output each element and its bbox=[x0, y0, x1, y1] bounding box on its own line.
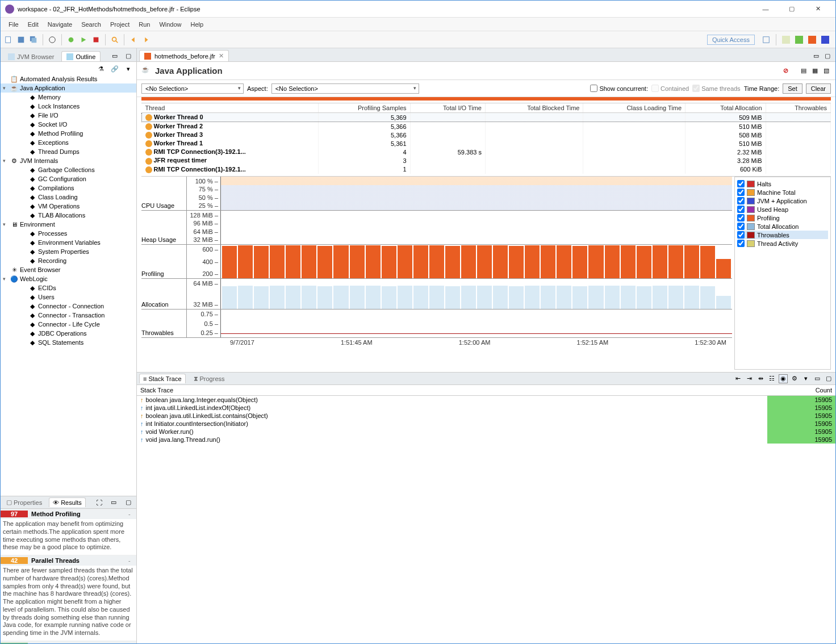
tree-item[interactable]: ◆File I/O bbox=[1, 111, 136, 120]
outline-tab[interactable]: Outline bbox=[61, 51, 101, 61]
st-flame-icon[interactable]: ◉ bbox=[779, 374, 788, 383]
selection-combo[interactable]: <No Selection> bbox=[141, 83, 244, 94]
results-min-icon[interactable]: ▭ bbox=[108, 497, 119, 508]
back-icon[interactable] bbox=[128, 34, 139, 45]
tree-item[interactable]: ◆VM Operations bbox=[1, 202, 136, 211]
tree-item[interactable]: ◆Garbage Collections bbox=[1, 165, 136, 174]
legend-item[interactable]: Throwables bbox=[737, 231, 828, 239]
tree-item[interactable]: ◆ECIDs bbox=[1, 283, 136, 292]
tree-event-browser[interactable]: ✳Event Browser bbox=[1, 265, 136, 274]
tree-item[interactable]: ◆TLAB Allocations bbox=[1, 211, 136, 220]
tree-item[interactable]: ◆Connector - Transaction bbox=[1, 311, 136, 320]
tree-item[interactable]: ◆Compilations bbox=[1, 183, 136, 193]
stack-frame-row[interactable]: ↑boolean java.lang.Integer.equals(Object… bbox=[137, 396, 835, 404]
st-min-icon[interactable]: ▭ bbox=[813, 374, 822, 383]
editor-max-icon[interactable]: ▢ bbox=[822, 50, 833, 61]
table-row[interactable]: Worker Thread 05,369509 MiB bbox=[142, 113, 831, 122]
tree-item[interactable]: ◆Method Profiling bbox=[1, 129, 136, 138]
st-config-icon[interactable]: ⚙ bbox=[790, 374, 799, 383]
tree-item[interactable]: ◆System Properties bbox=[1, 247, 136, 256]
results-tab[interactable]: 👁 Results bbox=[49, 497, 86, 507]
editor-tab[interactable]: hotmethods_before.jfr ✕ bbox=[139, 50, 229, 61]
minimize-button[interactable]: — bbox=[753, 1, 779, 17]
st-menu-icon[interactable]: ▾ bbox=[801, 374, 810, 383]
table-row[interactable]: Worker Thread 35,366508 MiB bbox=[142, 131, 831, 139]
stack-frame-row[interactable]: ↑void Worker.run()15905 bbox=[137, 428, 835, 436]
editor-min-icon[interactable]: ▭ bbox=[810, 50, 822, 61]
globe-icon[interactable] bbox=[47, 34, 58, 45]
view-maximize-icon[interactable]: ▢ bbox=[123, 50, 134, 61]
debug-icon[interactable] bbox=[65, 34, 77, 45]
st-next-icon[interactable]: ⇥ bbox=[745, 374, 754, 383]
aspect-combo[interactable]: <No Selection> bbox=[271, 83, 419, 94]
set-button[interactable]: Set bbox=[783, 83, 802, 94]
menu-dropdown-icon[interactable]: ▾ bbox=[123, 63, 134, 74]
chart-legend[interactable]: Halts Machine Total JVM + Application Us… bbox=[734, 177, 831, 370]
error-icon[interactable]: ⊘ bbox=[781, 66, 790, 76]
layout1-icon[interactable]: ▤ bbox=[799, 66, 808, 76]
persp1-icon[interactable] bbox=[780, 34, 792, 45]
show-concurrent-check[interactable]: Show concurrent: bbox=[590, 85, 648, 92]
legend-item[interactable]: Total Allocation bbox=[737, 222, 828, 231]
clear-button[interactable]: Clear bbox=[806, 83, 831, 94]
layout2-icon[interactable]: ▦ bbox=[810, 66, 820, 76]
quick-access[interactable]: Quick Access bbox=[707, 35, 755, 45]
layout3-icon[interactable]: ▧ bbox=[822, 66, 831, 76]
tree-item[interactable]: ◆Processes bbox=[1, 229, 136, 238]
legend-item[interactable]: Used Heap bbox=[737, 205, 828, 214]
stack-frame-row[interactable]: ↑int java.util.LinkedList.indexOf(Object… bbox=[137, 404, 835, 412]
legend-item[interactable]: JVM + Application bbox=[737, 196, 828, 205]
menu-window[interactable]: Window bbox=[154, 21, 186, 28]
table-row[interactable]: Worker Thread 25,366510 MiB bbox=[142, 122, 831, 131]
forward-icon[interactable] bbox=[140, 34, 152, 45]
thread-table[interactable]: ThreadProfiling SamplesTotal I/O TimeTot… bbox=[141, 103, 831, 177]
table-row[interactable]: JFR request timer33.28 MiB bbox=[142, 156, 831, 165]
menu-search[interactable]: Search bbox=[77, 21, 106, 28]
tree-item[interactable]: ◆Class Loading bbox=[1, 193, 136, 202]
tree-java-app[interactable]: ▾☕Java Application bbox=[1, 83, 136, 93]
view-minimize-icon[interactable]: ▭ bbox=[109, 50, 120, 61]
tree-item[interactable]: ◆GC Configuration bbox=[1, 174, 136, 183]
tree-item[interactable]: ◆JDBC Operations bbox=[1, 329, 136, 338]
new-icon[interactable] bbox=[3, 34, 14, 45]
stacktrace-tab[interactable]: ≡ Stack Trace bbox=[139, 374, 186, 383]
stack-frame-row[interactable]: ↑int Initiator.countIntersection(Initiat… bbox=[137, 420, 835, 428]
legend-item[interactable]: Thread Activity bbox=[737, 239, 828, 248]
legend-item[interactable]: Halts bbox=[737, 179, 828, 188]
tree-item[interactable]: ◆Environment Variables bbox=[1, 238, 136, 247]
st-tree-icon[interactable]: ☷ bbox=[767, 374, 776, 383]
run-icon[interactable] bbox=[78, 34, 89, 45]
stack-frame-row[interactable]: ↑boolean java.util.LinkedList.contains(O… bbox=[137, 412, 835, 420]
menu-run[interactable]: Run bbox=[134, 21, 154, 28]
tree-item[interactable]: ◆Thread Dumps bbox=[1, 147, 136, 156]
filter-icon[interactable]: ⚗ bbox=[95, 63, 107, 74]
tree-item[interactable]: ◆SQL Statements bbox=[1, 338, 136, 347]
table-row[interactable]: Worker Thread 15,361510 MiB bbox=[142, 139, 831, 148]
menu-edit[interactable]: Edit bbox=[23, 21, 43, 28]
tree-environment[interactable]: ▾🖥Environment bbox=[1, 220, 136, 229]
table-row[interactable]: RMI TCP Connection(1)-192.1...1600 KiB bbox=[142, 165, 831, 174]
search-icon[interactable] bbox=[109, 34, 120, 45]
st-group-icon[interactable]: ⇹ bbox=[756, 374, 765, 383]
save-icon[interactable] bbox=[15, 34, 27, 45]
tree-item[interactable]: ◆Connector - Connection bbox=[1, 302, 136, 311]
close-button[interactable]: ✕ bbox=[805, 1, 831, 17]
tree-item[interactable]: ◆Socket I/O bbox=[1, 120, 136, 129]
tree-automated-results[interactable]: 📋Automated Analysis Results bbox=[1, 74, 136, 83]
results-max-icon[interactable]: ▢ bbox=[123, 497, 134, 508]
table-row[interactable]: RMI TCP Connection(3)-192.1...459.383 s2… bbox=[142, 148, 831, 156]
menu-file[interactable]: File bbox=[4, 21, 23, 28]
tree-item[interactable]: ◆Recording bbox=[1, 256, 136, 265]
open-perspective-icon[interactable] bbox=[760, 34, 772, 45]
jvm-browser-tab[interactable]: JVM Browser bbox=[3, 51, 59, 61]
st-max-icon[interactable]: ▢ bbox=[824, 374, 833, 383]
frame-col[interactable]: Stack Trace bbox=[137, 385, 767, 396]
results-filter-icon[interactable]: ⛶ bbox=[93, 497, 104, 508]
saveall-icon[interactable] bbox=[28, 34, 39, 45]
count-col[interactable]: Count bbox=[767, 385, 835, 396]
ext-tools-icon[interactable] bbox=[90, 34, 102, 45]
tree-item[interactable]: ◆Memory bbox=[1, 93, 136, 102]
close-tab-icon[interactable]: ✕ bbox=[219, 52, 224, 60]
progress-tab[interactable]: ⧗ Progress bbox=[190, 374, 228, 383]
maximize-button[interactable]: ▢ bbox=[779, 1, 805, 17]
